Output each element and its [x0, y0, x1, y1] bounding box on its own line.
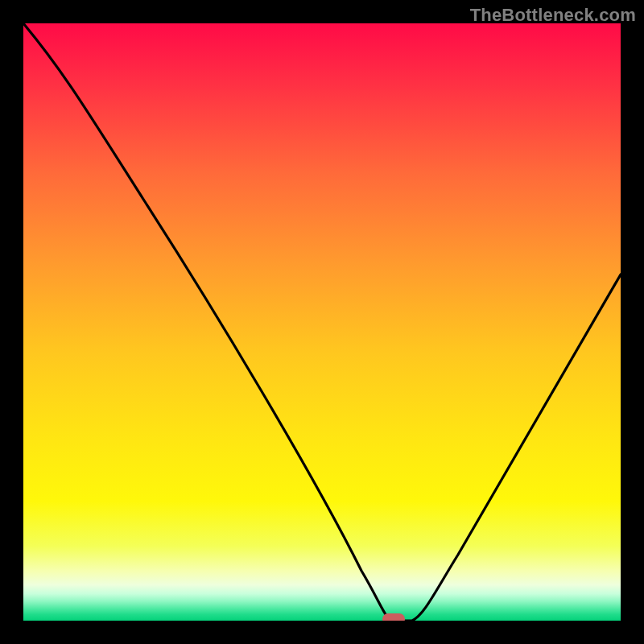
watermark-text: TheBottleneck.com: [470, 5, 636, 26]
curve-path: [23, 23, 621, 621]
chart-container: TheBottleneck.com: [0, 0, 644, 644]
plot-area: [23, 23, 621, 621]
bottleneck-curve: [23, 23, 621, 621]
optimal-point-marker: [382, 613, 405, 621]
